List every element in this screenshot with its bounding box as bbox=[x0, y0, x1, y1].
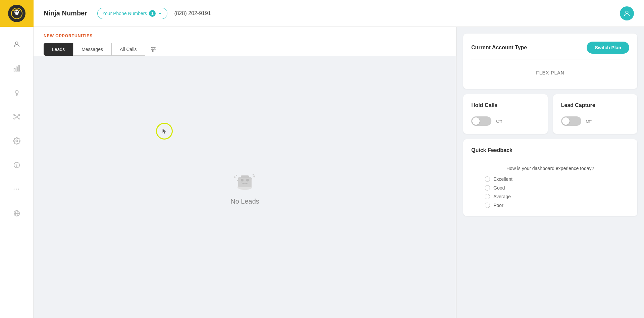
lead-capture-card: Lead Capture Off bbox=[553, 94, 638, 134]
svg-point-36 bbox=[246, 179, 249, 181]
svg-point-13 bbox=[13, 118, 15, 119]
phone-number-display: (828) 202-9191 bbox=[174, 10, 211, 16]
svg-point-37 bbox=[236, 175, 237, 176]
radio-excellent[interactable] bbox=[485, 176, 490, 182]
feedback-option-good[interactable]: Good bbox=[485, 185, 616, 191]
svg-point-3 bbox=[17, 11, 18, 12]
app-title: Ninja Number bbox=[44, 9, 87, 17]
feedback-option-poor[interactable]: Poor bbox=[485, 203, 616, 208]
feedback-label-average: Average bbox=[493, 194, 511, 199]
sidebar-item-integrations[interactable] bbox=[9, 109, 24, 124]
switch-plan-button[interactable]: Switch Plan bbox=[587, 42, 629, 54]
left-panel: NEW OPPORTUNITIES Leads Messages All Cal… bbox=[34, 27, 456, 318]
cursor-indicator bbox=[156, 123, 173, 140]
hold-calls-toggle-label: Off bbox=[496, 119, 502, 124]
svg-rect-7 bbox=[18, 66, 19, 71]
hold-calls-card: Hold Calls Off bbox=[463, 94, 548, 134]
feedback-card-title: Quick Feedback bbox=[471, 147, 513, 153]
left-panel-header: NEW OPPORTUNITIES Leads Messages All Cal… bbox=[34, 27, 456, 56]
hold-calls-toggle-container: Off bbox=[471, 116, 540, 126]
svg-line-18 bbox=[17, 117, 18, 119]
radio-average[interactable] bbox=[485, 194, 490, 199]
sidebar-nav: $ ··· bbox=[0, 34, 33, 224]
svg-point-31 bbox=[152, 50, 153, 51]
user-avatar[interactable] bbox=[620, 6, 634, 20]
svg-point-14 bbox=[18, 118, 20, 119]
left-panel-body: No Leads bbox=[34, 56, 456, 318]
svg-point-11 bbox=[13, 114, 15, 116]
radio-poor[interactable] bbox=[485, 203, 490, 208]
svg-point-2 bbox=[15, 11, 16, 12]
sidebar-item-user[interactable] bbox=[9, 37, 24, 52]
filter-icon bbox=[150, 46, 157, 53]
right-panel: Current Account Type Switch Plan FLEX PL… bbox=[456, 27, 644, 318]
phone-numbers-label: Your Phone Numbers bbox=[102, 11, 147, 16]
tab-leads[interactable]: Leads bbox=[44, 43, 73, 56]
hold-calls-toggle[interactable] bbox=[471, 116, 491, 126]
svg-text:$: $ bbox=[15, 164, 17, 167]
feedback-option-average[interactable]: Average bbox=[485, 194, 616, 199]
feedback-label-poor: Poor bbox=[493, 203, 503, 208]
feedback-label-excellent: Excellent bbox=[493, 176, 513, 182]
quick-feedback-card: Quick Feedback How is your dashboard exp… bbox=[463, 139, 637, 216]
svg-point-35 bbox=[241, 179, 244, 181]
lead-capture-title: Lead Capture bbox=[561, 102, 630, 108]
svg-line-17 bbox=[15, 117, 16, 119]
feedback-options: Excellent Good Average Poor bbox=[471, 176, 629, 208]
svg-rect-6 bbox=[16, 67, 17, 71]
svg-line-15 bbox=[15, 115, 16, 117]
hold-calls-title: Hold Calls bbox=[471, 102, 540, 108]
panel-divider bbox=[456, 56, 456, 318]
tab-messages[interactable]: Messages bbox=[73, 43, 111, 56]
lead-capture-toggle-label: Off bbox=[586, 119, 592, 124]
main-container: Ninja Number Your Phone Numbers 1 (828) … bbox=[34, 0, 644, 318]
lead-capture-toggle[interactable] bbox=[561, 116, 581, 126]
sidebar-item-stats[interactable] bbox=[9, 61, 24, 76]
lead-capture-toggle-container: Off bbox=[561, 116, 630, 126]
feature-cards-row: Hold Calls Off Lead Capture Off bbox=[463, 94, 637, 134]
svg-rect-5 bbox=[14, 68, 15, 71]
header: Ninja Number Your Phone Numbers 1 (828) … bbox=[34, 0, 644, 27]
svg-rect-34 bbox=[241, 175, 249, 178]
svg-point-40 bbox=[237, 180, 238, 181]
no-leads-text: No Leads bbox=[230, 198, 259, 205]
sidebar-item-ideas[interactable] bbox=[9, 85, 24, 100]
svg-point-19 bbox=[16, 140, 18, 142]
radio-good[interactable] bbox=[485, 185, 490, 191]
tabs-row: Leads Messages All Calls bbox=[44, 43, 446, 56]
content-area: NEW OPPORTUNITIES Leads Messages All Cal… bbox=[34, 27, 644, 318]
account-type-card: Current Account Type Switch Plan FLEX PL… bbox=[463, 34, 637, 89]
account-card-title: Current Account Type bbox=[471, 45, 527, 51]
ninja-logo-icon bbox=[8, 5, 25, 22]
feedback-header-row: Quick Feedback bbox=[471, 147, 629, 153]
svg-point-39 bbox=[251, 178, 252, 179]
phone-numbers-button[interactable]: Your Phone Numbers 1 bbox=[97, 8, 167, 19]
svg-point-8 bbox=[15, 91, 18, 94]
sidebar: $ ··· bbox=[0, 0, 34, 318]
no-leads-icon bbox=[231, 169, 258, 192]
sidebar-item-more[interactable]: ··· bbox=[9, 182, 24, 197]
tab-all-calls[interactable]: All Calls bbox=[111, 43, 145, 56]
logo-area bbox=[0, 0, 34, 27]
lead-capture-toggle-knob bbox=[562, 117, 570, 125]
feedback-question: How is your dashboard experience today? bbox=[471, 166, 629, 171]
svg-point-12 bbox=[18, 114, 20, 116]
feedback-option-excellent[interactable]: Excellent bbox=[485, 176, 616, 182]
svg-rect-33 bbox=[238, 177, 252, 187]
svg-point-29 bbox=[152, 47, 153, 48]
section-label: NEW OPPORTUNITIES bbox=[44, 34, 446, 38]
svg-point-30 bbox=[154, 49, 155, 50]
svg-line-16 bbox=[17, 115, 18, 117]
feedback-label-good: Good bbox=[493, 185, 505, 191]
svg-point-25 bbox=[626, 11, 628, 13]
account-header-row: Current Account Type Switch Plan bbox=[471, 42, 629, 54]
cursor-arrow-icon bbox=[162, 128, 167, 134]
filter-button[interactable] bbox=[150, 46, 157, 53]
sidebar-item-globe[interactable] bbox=[9, 206, 24, 221]
phone-numbers-badge: 1 bbox=[149, 10, 156, 17]
hold-calls-toggle-knob bbox=[472, 117, 480, 125]
chevron-down-icon bbox=[158, 11, 162, 16]
sidebar-item-settings[interactable] bbox=[9, 134, 24, 148]
sidebar-item-billing[interactable]: $ bbox=[9, 158, 24, 172]
svg-point-38 bbox=[253, 174, 254, 175]
